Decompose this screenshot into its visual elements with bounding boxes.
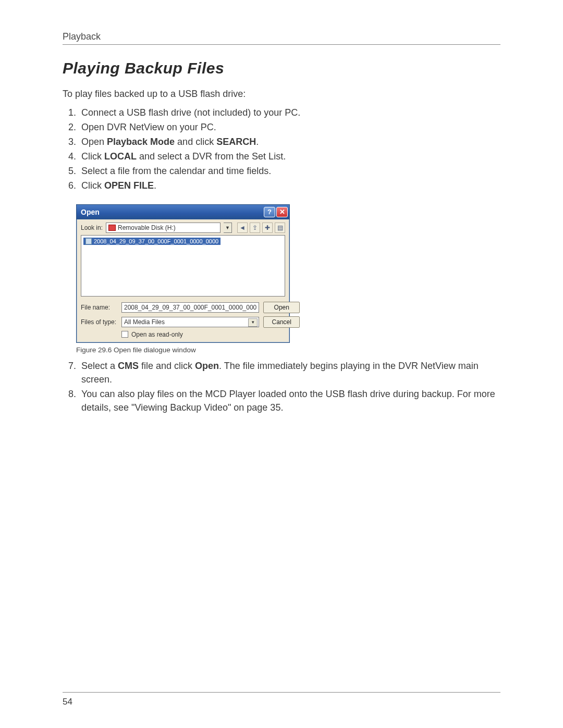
back-icon[interactable]: ◄ [237, 223, 248, 233]
step-7: Select a CMS file and click Open. The fi… [76, 359, 500, 386]
lookin-row: Look in: Removable Disk (H:) ▼ ◄ ⇪ ✚ ▤ [77, 219, 289, 234]
section-title: Playing Backup Files [63, 59, 500, 77]
views-icon[interactable]: ▤ [275, 223, 285, 233]
steps-list-2: Select a CMS file and click Open. The fi… [63, 359, 500, 414]
page-content: Playback Playing Backup Files To play fi… [0, 0, 563, 436]
running-header: Playback [63, 31, 500, 42]
lookin-combo[interactable]: Removable Disk (H:) [106, 223, 221, 233]
footer-rule [63, 692, 500, 693]
lookin-label: Look in: [81, 224, 103, 231]
file-list-area[interactable]: 2008_04_29_09_37_00_000F_0001_0000_0000 [81, 235, 285, 297]
step-4: Click LOCAL and select a DVR from the Se… [76, 150, 500, 163]
help-button[interactable]: ? [264, 207, 275, 217]
close-button[interactable]: ✕ [276, 207, 288, 217]
new-folder-icon[interactable]: ✚ [262, 223, 273, 233]
toolbar-icons: ◄ ⇪ ✚ ▤ [237, 223, 285, 233]
file-item-selected[interactable]: 2008_04_29_09_37_00_000F_0001_0000_0000 [83, 238, 221, 245]
dialog-titlebar: Open ? ✕ [77, 205, 289, 219]
dialog-bottom: File name: 2008_04_29_09_37_00_000F_0001… [77, 300, 289, 342]
step-3: Open Playback Mode and click SEARCH. [76, 135, 500, 149]
lookin-value: Removable Disk (H:) [118, 224, 176, 231]
step-6: Click OPEN FILE. [76, 179, 500, 192]
step-2: Open DVR NetView on your PC. [76, 120, 500, 134]
file-icon [85, 238, 92, 244]
file-item-label: 2008_04_29_09_37_00_000F_0001_0000_0000 [94, 238, 218, 244]
step-5: Select a file from the calendar and time… [76, 164, 500, 178]
dialog-title: Open [81, 208, 263, 216]
readonly-label: Open as read-only [131, 331, 183, 338]
readonly-row: Open as read-only [121, 331, 259, 338]
lookin-dropdown-icon[interactable]: ▼ [224, 223, 232, 233]
cancel-button[interactable]: Cancel [263, 316, 300, 328]
step-8: You can also play files on the MCD Playe… [76, 387, 500, 414]
filename-label: File name: [81, 304, 117, 311]
header-rule [63, 44, 500, 45]
up-folder-icon[interactable]: ⇪ [250, 223, 260, 233]
filetype-label: Files of type: [81, 318, 117, 326]
filetype-combo[interactable]: All Media Files [121, 317, 259, 327]
open-dialog-window: Open ? ✕ Look in: Removable Disk (H:) ▼ … [76, 204, 290, 343]
open-button[interactable]: Open [263, 302, 300, 313]
figure-open-dialog: Open ? ✕ Look in: Removable Disk (H:) ▼ … [76, 204, 500, 343]
page-number: 54 [63, 697, 72, 707]
figure-caption: Figure 29.6 Open file dialogue window [76, 346, 500, 354]
readonly-checkbox[interactable] [121, 331, 128, 338]
drive-icon [108, 225, 116, 231]
step-1: Connect a USB flash drive (not included)… [76, 106, 500, 119]
intro-text: To play files backed up to a USB flash d… [63, 89, 500, 100]
filename-input[interactable]: 2008_04_29_09_37_00_000F_0001_0000_000 [121, 302, 259, 313]
steps-list-1: Connect a USB flash drive (not included)… [63, 106, 500, 193]
